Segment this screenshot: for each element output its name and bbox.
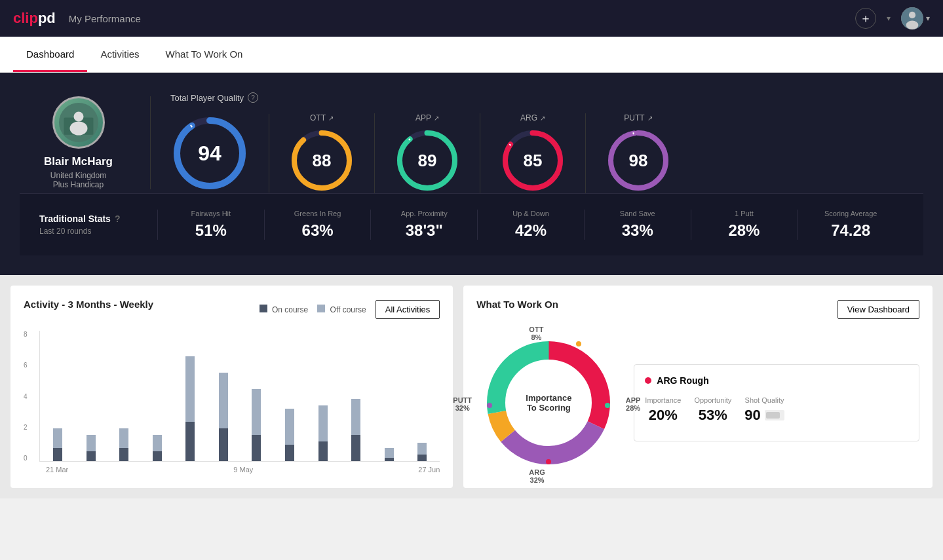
chart-header: Activity - 3 Months - Weekly On course O…: [24, 299, 440, 320]
arg-score-value: 85: [524, 151, 543, 171]
bar-3-dark: [153, 451, 162, 461]
bar-3: [142, 428, 173, 461]
trad-stat-proximity: App. Proximity 38'3": [370, 210, 477, 240]
putt-arrow-icon: ↗: [647, 115, 653, 122]
ott-score-value: 88: [313, 151, 332, 171]
putt-score-value: 98: [629, 151, 648, 171]
bar-10-light: [385, 448, 394, 458]
work-title: What To Work On: [476, 299, 558, 310]
app-label: APP ↗: [415, 113, 439, 122]
bar-0-light: [53, 428, 62, 448]
chart-controls: On course Off course All Activities: [260, 300, 440, 319]
trad-label-section: Traditional Stats ? Last 20 rounds: [39, 214, 157, 236]
avatar: [901, 7, 923, 29]
on-course-dot: [260, 305, 267, 312]
bar-9-dark: [351, 435, 360, 461]
donut-chart: Importance To Scoring OTT 8% APP 28% ARG: [476, 331, 621, 475]
chart-area: 8 6 4 2 0: [24, 331, 440, 474]
activity-chart-panel: Activity - 3 Months - Weekly On course O…: [10, 286, 453, 488]
bar-11-light: [417, 443, 427, 455]
view-dashboard-button[interactable]: View Dashboard: [837, 300, 919, 319]
tab-what-to-work-on[interactable]: What To Work On: [153, 37, 256, 72]
trad-stat-scoring: Scoring Average 74.28: [797, 210, 904, 240]
bar-9: [341, 330, 372, 461]
score-arg: ARG ↗ 85: [480, 113, 586, 193]
gauge-putt: 98: [606, 128, 671, 193]
svg-point-1: [909, 12, 915, 18]
arg-card-dot: [645, 377, 651, 384]
tab-dashboard[interactable]: Dashboard: [13, 37, 87, 72]
shot-quality-bar-mini: [765, 410, 784, 420]
bar-2: [109, 428, 140, 461]
bar-3-light: [153, 435, 162, 451]
bar-7: [275, 330, 305, 461]
nav-tabs: Dashboard Activities What To Work On: [0, 37, 943, 73]
quality-label: Total Player Quality ?: [170, 92, 923, 103]
work-content: Importance To Scoring OTT 8% APP 28% ARG: [476, 331, 919, 475]
y-axis: 8 6 4 2 0: [24, 331, 28, 462]
arg-arrow-icon: ↗: [540, 115, 545, 122]
chart-legend: On course Off course: [260, 305, 366, 314]
bar-2-light: [119, 428, 128, 448]
svg-point-5: [73, 112, 83, 122]
bottom-panels: Activity - 3 Months - Weekly On course O…: [0, 275, 943, 498]
bar-1-light: [87, 435, 96, 451]
add-chevron: ▾: [887, 14, 891, 23]
user-avatar-button[interactable]: ▾: [901, 7, 930, 29]
what-to-work-on-panel: What To Work On View Dashboard Imp: [463, 286, 933, 488]
work-header: What To Work On View Dashboard: [476, 299, 919, 320]
main-score-value: 94: [198, 141, 221, 166]
quality-help-icon[interactable]: ?: [248, 92, 258, 103]
hero-section: Blair McHarg United Kingdom Plus Handica…: [0, 73, 943, 275]
ott-donut-label: OTT 8%: [529, 326, 543, 341]
bar-10-dark: [385, 458, 394, 461]
tab-activities[interactable]: Activities: [87, 37, 152, 72]
putt-label: PUTT ↗: [624, 113, 652, 122]
logo-text: clippd: [13, 10, 56, 27]
shot-quality-stat: Shot Quality 90: [744, 396, 784, 424]
hero-top: Blair McHarg United Kingdom Plus Handica…: [20, 92, 923, 193]
bar-6: [241, 330, 272, 461]
player-name: Blair McHarg: [44, 155, 113, 168]
logo[interactable]: clippd: [13, 10, 56, 27]
trad-help-icon[interactable]: ?: [115, 214, 121, 224]
bar-0-dark: [53, 448, 62, 461]
player-country: United Kingdom: [50, 171, 106, 180]
opportunity-stat: Opportunity 53%: [694, 396, 731, 424]
user-chevron-icon: ▾: [926, 14, 930, 23]
all-activities-button[interactable]: All Activities: [375, 300, 440, 319]
add-button[interactable]: ＋: [855, 8, 876, 29]
trad-stat-sandsave: Sand Save 33%: [584, 210, 691, 240]
bar-11-dark: [417, 455, 427, 461]
trad-stat-greens: Greens In Reg 63%: [264, 210, 371, 240]
scores-row: 94 OTT ↗ 88: [170, 113, 923, 193]
bar-10: [374, 330, 404, 461]
plus-icon: ＋: [860, 10, 872, 26]
arg-donut-label: ARG 32%: [529, 468, 545, 484]
trad-title: Traditional Stats ?: [39, 214, 157, 224]
trad-stat-oneputt: 1 Putt 28%: [691, 210, 798, 240]
bar-11: [407, 330, 438, 461]
bar-7-dark: [285, 445, 294, 461]
trad-subtitle: Last 20 rounds: [39, 227, 157, 236]
putt-donut-label: PUTT 32%: [453, 396, 472, 412]
app-score-value: 89: [418, 151, 437, 171]
app-header: clippd My Performance ＋ ▾ ▾: [0, 0, 943, 37]
bar-5-dark: [219, 428, 228, 461]
bar-7-light: [285, 409, 294, 445]
header-left: clippd My Performance: [13, 10, 141, 27]
on-course-legend: On course: [260, 305, 309, 314]
bar-1-dark: [87, 451, 96, 461]
player-handicap: Plus Handicap: [53, 180, 104, 189]
bar-8-dark: [318, 441, 328, 461]
bar-8: [307, 330, 338, 461]
player-info: Blair McHarg United Kingdom Plus Handica…: [20, 96, 151, 189]
bar-4: [175, 330, 206, 461]
bars-container: [39, 331, 440, 462]
shot-quality-fill: [766, 412, 780, 419]
x-axis-labels: 21 Mar 9 May 27 Jun: [39, 466, 440, 474]
trad-stat-updown: Up & Down 42%: [477, 210, 584, 240]
off-course-legend: Off course: [317, 305, 366, 314]
importance-stat: Importance 20%: [645, 396, 681, 424]
gauge-app: 89: [395, 128, 460, 193]
